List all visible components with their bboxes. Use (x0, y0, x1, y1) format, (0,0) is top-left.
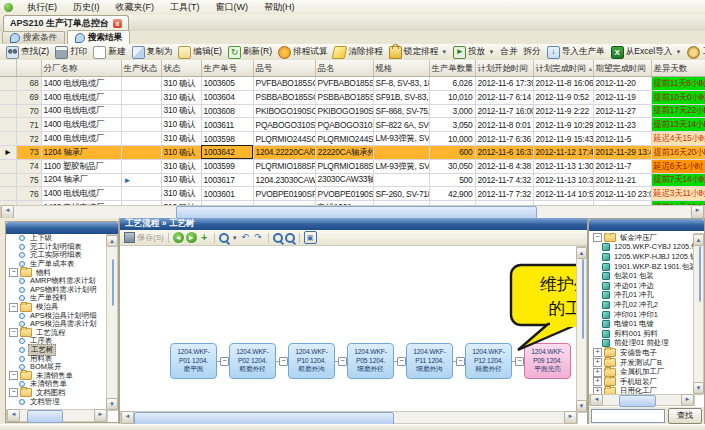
column-header-finish[interactable]: 计划完成时间 ▲ (533, 60, 593, 77)
scroll-down-icon[interactable]: ▼ (693, 382, 704, 394)
cell-order_no[interactable]: 1003608 (201, 104, 253, 118)
tree-item[interactable]: 1901.WKP-BZ 1901.包装 (590, 262, 695, 272)
expand-icon[interactable]: + (593, 377, 602, 386)
search-input[interactable] (591, 409, 665, 423)
collapse-icon[interactable]: − (9, 268, 18, 277)
tree-item[interactable]: 1205.WKP-HJBJ 1205.钣金焊 (590, 252, 695, 262)
cell-start[interactable]: 2012-11-7 6:14 (475, 90, 533, 104)
toolbar-button-查找[interactable]: 查找(Z) (3, 45, 52, 60)
collapse-icon[interactable]: − (397, 357, 406, 366)
chevron-down-icon[interactable]: ▼ (488, 49, 494, 55)
scroll-thumb[interactable] (112, 259, 114, 306)
cell-expect[interactable]: 2012-11-21 (593, 173, 651, 187)
menu-item[interactable]: 窗口(W) (209, 0, 256, 15)
collapse-icon[interactable]: − (9, 371, 18, 380)
cell-order_no[interactable]: 1003599 (201, 159, 253, 173)
column-header-item_no[interactable]: 品号 (253, 60, 315, 77)
cell-item_name[interactable]: PLQRMIO188SFFN01202 (315, 159, 373, 173)
cell-expect[interactable]: 2012-11-27 (593, 104, 651, 118)
collapse-icon[interactable]: − (515, 357, 524, 366)
collapse-icon[interactable]: − (9, 388, 18, 397)
column-header-expect[interactable]: 期望完成时间 (593, 60, 651, 77)
scroll-left-icon[interactable]: ◄ (7, 409, 20, 422)
cell-start[interactable]: 2012-11-7 16:00 (475, 104, 533, 118)
cell-finish[interactable]: 2012-11-8 16:06 (533, 77, 593, 91)
cell-status[interactable]: 310 确认 (161, 118, 201, 132)
cell-diff[interactable]: 延迟4天15小时 (651, 132, 705, 146)
cell-factory[interactable]: 1204 轴承厂 (41, 173, 121, 187)
table-row[interactable]: 711400 电线电缆厂310 确认1003611PQABOGO310SOEN0… (0, 118, 705, 132)
cell-item_no[interactable]: 1204.22220CA/01 (253, 145, 315, 159)
collapse-icon[interactable]: − (9, 328, 18, 337)
toolbar-button-从xcel导入[interactable]: X从Excel导入▼ (608, 45, 685, 60)
cell-start[interactable]: 2012-11-7 7:32 (475, 187, 533, 201)
cell-spec[interactable]: SF-8, SV-83, 1850+... (373, 77, 429, 91)
cell-spec[interactable]: SF91B, SV-83, 1850... (373, 90, 429, 104)
cell-diff[interactable]: 延迟3天11小时 (651, 187, 705, 201)
tree-item[interactable]: −工艺流程 (6, 329, 108, 338)
cell-order_no[interactable]: 1003605 (201, 77, 253, 91)
cell-pstatus[interactable] (121, 187, 161, 201)
cell-status[interactable]: 310 确认 (161, 132, 201, 146)
toolbar-button-导入生产单[interactable]: ↓导入生产单 (544, 45, 608, 60)
column-header-item_name[interactable]: 品名 (315, 60, 373, 77)
table-row[interactable]: 691400 电线电缆厂310 确认1003604PSBBABO185SOVN0… (0, 90, 705, 104)
cell-order_no[interactable]: 1003601 (201, 187, 253, 201)
nav-forward-button[interactable]: ► (186, 232, 197, 243)
table-row[interactable]: 681400 电线电缆厂310 确认1003605PVFBABO185SOVN7… (0, 77, 705, 91)
cell-finish[interactable]: 2012-11-9 15:43 (533, 132, 593, 146)
cell-start[interactable]: 2012-11-6 17:39 (475, 77, 533, 91)
cell-spec[interactable]: SF-822 6A, SV-75, ... (373, 118, 429, 132)
left-tree-h-scrollbar[interactable]: ◄ ► (6, 409, 108, 422)
cell-order_no[interactable]: 1003598 (201, 132, 253, 146)
tree-item[interactable]: 电镀01 电镀 (590, 319, 695, 329)
cell-pstatus[interactable]: ► (121, 173, 161, 187)
cell-finish[interactable]: 2012-11-12 17:41 (533, 145, 593, 159)
cell-finish[interactable]: 2012-11-13 1:30 (533, 159, 593, 173)
cell-qty[interactable]: 6,026 (429, 77, 475, 91)
cell-qty[interactable]: 3,000 (429, 104, 475, 118)
cell-start[interactable]: 2012-11-7 4:32 (475, 173, 533, 187)
column-header-diff[interactable]: 差异天数 (651, 60, 705, 77)
cell-expect[interactable]: 2012-11-23 (593, 118, 651, 132)
scroll-right-icon[interactable]: ► (564, 411, 577, 424)
collapse-icon[interactable]: − (338, 357, 347, 366)
collapse-icon[interactable]: − (593, 233, 602, 242)
cell-qty[interactable]: 500 (429, 173, 475, 187)
toolbar-button-排程试算[interactable]: 排程试算 (275, 45, 330, 60)
flow-canvas[interactable]: 1204.WKF-P01 1204.磨平面−1204.WKF-P02 1204.… (120, 246, 578, 413)
cell-factory[interactable]: 1400 电线电缆厂 (41, 90, 121, 104)
tree-item[interactable]: 冲边01 冲边 (590, 281, 695, 291)
table-row[interactable]: 751204 轴承厂►310 确认10036171204.23030CAW33/… (0, 173, 705, 187)
right-tree-v-scrollbar[interactable]: ▲ ▼ (693, 233, 704, 395)
collapse-icon[interactable]: − (9, 303, 18, 312)
cell-spec[interactable]: SF-868, SV-75, 190... (373, 104, 429, 118)
cell-factory[interactable]: 1400 电线电缆厂 (41, 132, 121, 146)
flow-node[interactable]: 1204.WKF-P11 1204.细磨外沟 (406, 343, 453, 379)
cell-qty[interactable]: 10,010 (429, 90, 475, 104)
cell-status[interactable]: 310 确认 (161, 77, 201, 91)
cell-status[interactable]: 310 确认 (161, 187, 201, 201)
cell-item_name[interactable]: 23030CAW33轴承内圈 (315, 173, 373, 187)
canvas-v-scrollbar[interactable]: ▲ ▼ (576, 246, 587, 413)
cell-qty[interactable]: 3,050 (429, 118, 475, 132)
toolbar-manager-button[interactable]: 工具栏管 (684, 45, 705, 60)
table-row[interactable]: 701400 电线电缆厂310 确认1003608PKIBOGO190SOEN0… (0, 104, 705, 118)
collapse-icon[interactable]: − (456, 357, 465, 366)
column-header-status[interactable]: 状态 (161, 60, 201, 77)
save-button[interactable]: 保存(S) (124, 232, 164, 243)
table-row[interactable]: 721400 电线电缆厂310 确认1003598PLQRMIO244SOFN9… (0, 132, 705, 146)
cell-expect[interactable]: 2012-11-19 (593, 90, 651, 104)
scroll-right-icon[interactable]: ► (691, 205, 704, 219)
cell-diff[interactable]: 提前7天14小时 (651, 173, 705, 187)
column-header-factory[interactable]: 分厂名称 (41, 60, 121, 77)
toolbar-button-编辑[interactable]: 编辑(E) (175, 45, 225, 60)
cell-item_name[interactable]: PVFBABO185SOVN74101 (315, 77, 373, 91)
cell-pstatus[interactable] (121, 118, 161, 132)
tab-search-criteria[interactable]: 搜索条件 (2, 31, 65, 44)
cell-status[interactable]: 310 确认 (161, 104, 201, 118)
canvas-h-scrollbar[interactable]: ◄ ► (120, 411, 578, 424)
cell-item_name[interactable]: PVOBPE0190SPIN01202 (315, 187, 373, 201)
cell-item_no[interactable]: PVOBPE0190SPIN01202 (253, 187, 315, 201)
cell-diff[interactable]: 延迟6天1小时 (651, 159, 705, 173)
